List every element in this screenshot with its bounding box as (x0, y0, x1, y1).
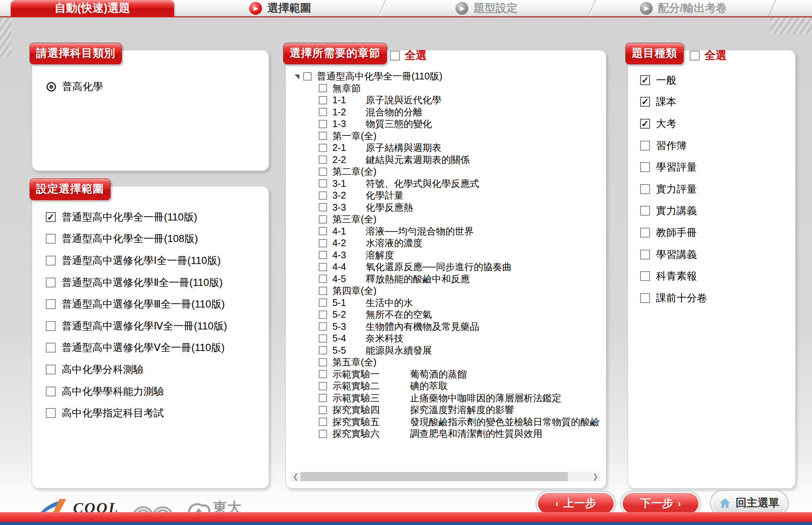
tree-root[interactable]: 普通型高中化學全一冊(110版) (295, 70, 600, 82)
checkbox[interactable] (640, 184, 650, 194)
qtype-select-all[interactable]: 全選 (690, 48, 726, 63)
checkbox[interactable] (319, 382, 327, 390)
checkbox[interactable] (319, 311, 327, 319)
checkbox[interactable] (390, 51, 400, 61)
tree-item[interactable]: 示範實驗一葡萄酒的蒸餾 (319, 368, 600, 381)
checkbox[interactable] (319, 430, 327, 438)
qtype-option[interactable]: 實力講義 (640, 200, 795, 222)
checkbox[interactable] (319, 370, 327, 378)
checkbox[interactable] (303, 72, 312, 81)
scope-option[interactable]: 普通型高中選修化學Ⅲ全一冊(110版) (46, 293, 269, 315)
qtype-option[interactable]: ✓一般 (640, 69, 795, 91)
tree-item[interactable]: 4-5釋放熱能的酸鹼中和反應 (319, 273, 600, 285)
qtype-option[interactable]: 教師手冊 (640, 222, 795, 244)
radio-selected-icon[interactable] (47, 82, 56, 92)
tree-expand-icon[interactable] (295, 75, 299, 79)
tree-item[interactable]: 4-3溶解度 (319, 249, 600, 261)
checkbox[interactable] (319, 144, 327, 152)
tree-item[interactable]: 1-3物質三態的變化 (319, 118, 600, 130)
checkbox[interactable] (319, 120, 327, 128)
checkbox[interactable] (319, 215, 327, 224)
checkbox[interactable]: ✓ (640, 97, 650, 107)
horizontal-scrollbar[interactable]: ❮ ❯ (291, 472, 600, 482)
checkbox[interactable] (319, 334, 327, 343)
checkbox[interactable] (640, 141, 650, 151)
qtype-option[interactable]: 習作簿 (640, 135, 795, 157)
scope-option[interactable]: 普通型高中選修化學Ⅳ全一冊(110版) (46, 315, 269, 337)
scope-option[interactable]: ✓普通型高中化學全一冊(110版) (46, 206, 269, 228)
checkbox[interactable] (319, 191, 327, 200)
qtype-option[interactable]: 課前十分卷 (640, 287, 795, 309)
checkbox[interactable] (46, 408, 56, 418)
tree-item[interactable]: 第四章(全) (319, 285, 600, 297)
tree-item[interactable]: 示範實驗二碘的萃取 (319, 380, 600, 392)
checkbox[interactable] (319, 322, 327, 331)
checkbox[interactable] (319, 298, 327, 307)
scope-option[interactable]: 高中化學指定科目考試 (46, 402, 269, 424)
tree-item[interactable]: 探究實驗四探究溫度對溶解度的影響 (319, 404, 600, 416)
qtype-option[interactable]: 科青素報 (640, 265, 795, 287)
tree-item[interactable]: 第五章(全) (319, 356, 600, 368)
tree-item[interactable]: 示範實驗三止痛藥物中咖啡因的薄層層析法鑑定 (319, 392, 600, 404)
checkbox[interactable] (319, 203, 327, 211)
checkbox[interactable] (640, 293, 650, 303)
tree-item[interactable]: 4-4氧化還原反應──同步進行的協奏曲 (319, 261, 600, 273)
tree-item[interactable]: 2-2鍵結與元素週期表的關係 (319, 154, 600, 166)
checkbox[interactable] (319, 108, 327, 116)
checkbox[interactable]: ✓ (640, 119, 650, 129)
checkbox[interactable] (319, 227, 327, 235)
checkbox[interactable]: ✓ (46, 212, 56, 222)
tree-item[interactable]: 探究實驗六調查肥皂和清潔劑的性質與效用 (319, 428, 600, 440)
scroll-left-icon[interactable]: ❮ (291, 472, 301, 482)
tree-item[interactable]: 5-2無所不在的空氣 (319, 309, 600, 321)
qtype-option[interactable]: ✓大考 (640, 113, 795, 135)
tab-question-type[interactable]: ▶ 題型設定 (386, 0, 587, 16)
tree-item[interactable]: 4-1溶液──均勻混合物的世界 (319, 225, 600, 238)
checkbox[interactable] (319, 132, 327, 140)
prev-step-button[interactable]: ‹ 上一步 (537, 492, 615, 515)
checkbox[interactable] (319, 84, 327, 92)
checkbox[interactable] (319, 96, 327, 104)
tree-item[interactable]: 第二章(全) (319, 166, 600, 178)
tree-item[interactable]: 1-1原子說與近代化學 (319, 94, 600, 106)
tree-item[interactable]: 第一章(全) (319, 130, 600, 142)
scope-option[interactable]: 普通型高中選修化學Ⅰ全一冊(110版) (46, 250, 269, 272)
scope-option[interactable]: 普通型高中選修化學Ⅱ全一冊(110版) (46, 272, 269, 294)
checkbox[interactable] (46, 343, 56, 353)
checkbox[interactable] (319, 263, 327, 271)
checkbox[interactable] (319, 406, 327, 414)
checkbox[interactable] (319, 275, 327, 283)
checkbox[interactable] (319, 394, 327, 402)
scope-option[interactable]: 普通型高中選修化學Ⅴ全一冊(110版) (46, 337, 269, 359)
checkbox[interactable] (319, 287, 327, 295)
checkbox[interactable]: ✓ (640, 75, 650, 85)
subject-option[interactable]: 普高化學 (47, 80, 269, 93)
scope-option[interactable]: 高中化學分科測驗 (46, 359, 269, 381)
tree-item[interactable]: 5-4奈米科技 (319, 332, 600, 345)
qtype-option[interactable]: 實力評量 (640, 178, 795, 200)
home-menu-button[interactable]: 回主選單 (711, 491, 787, 515)
tree-item[interactable]: 3-2化學計量 (319, 189, 600, 202)
checkbox[interactable] (319, 179, 327, 188)
scope-option[interactable]: 高中化學學科能力測驗 (46, 381, 269, 402)
tree-item[interactable]: 第三章(全) (319, 213, 600, 225)
tab-auto-quick-select[interactable]: 自動(快速)選題 (11, 0, 174, 16)
checkbox[interactable] (319, 358, 327, 367)
checkbox[interactable] (46, 387, 56, 396)
checkbox[interactable] (640, 250, 650, 259)
tree-item[interactable]: 3-3化學反應熱 (319, 202, 600, 214)
scroll-right-icon[interactable]: ❯ (591, 472, 600, 482)
tree-item[interactable]: 1-2混合物的分離 (319, 106, 600, 118)
chapter-select-all[interactable]: 全選 (390, 48, 427, 63)
checkbox[interactable] (319, 155, 327, 164)
tree-item[interactable]: 5-1生活中的水 (319, 297, 600, 309)
checkbox[interactable] (46, 365, 56, 374)
tab-score-export[interactable]: ▶ 配分/輸出考卷 (594, 0, 772, 16)
tree-item[interactable]: 4-2水溶液的濃度 (319, 237, 600, 249)
checkbox[interactable] (46, 299, 56, 309)
checkbox[interactable] (46, 321, 56, 331)
qtype-option[interactable]: 學習講義 (640, 244, 795, 266)
tab-select-scope[interactable]: ▶ 選擇範圍 (182, 0, 379, 16)
scope-option[interactable]: 普通型高中化學全一冊(108版) (46, 228, 269, 250)
qtype-option[interactable]: ✓課本 (640, 91, 795, 113)
